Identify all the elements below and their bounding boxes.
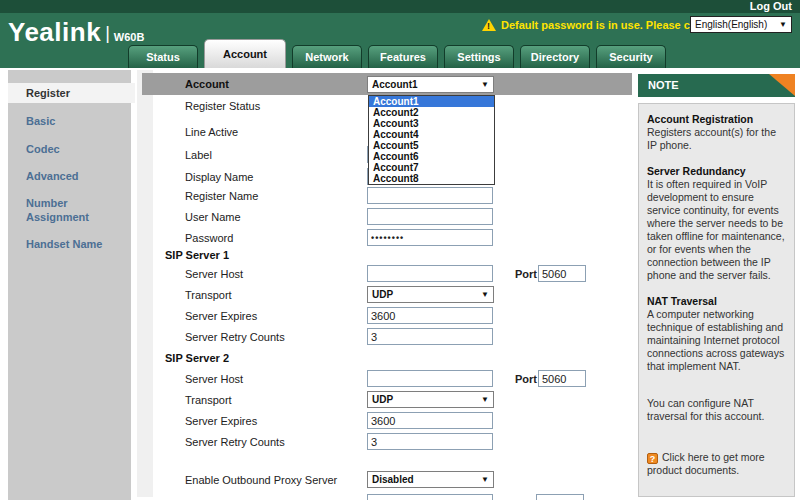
tab-status[interactable]: Status bbox=[128, 45, 198, 68]
port-label: Port bbox=[515, 373, 537, 385]
brand-name: Yealink bbox=[8, 17, 101, 47]
help-icon: ? bbox=[647, 453, 658, 464]
field-label: Label bbox=[185, 149, 212, 161]
note-section-account-registration: Account Registration Registers account(s… bbox=[647, 113, 786, 152]
note-section-server-redundancy: Server Redundancy It is often required i… bbox=[647, 165, 786, 282]
enable-outbound-proxy-select[interactable]: Disabled ▼ bbox=[367, 471, 494, 488]
sip1-transport-value: UDP bbox=[372, 289, 481, 300]
field-label: Server Retry Counts bbox=[185, 331, 285, 343]
sidebar-item-handset-name[interactable]: Handset Name bbox=[8, 238, 131, 250]
warning-icon: ! bbox=[482, 19, 496, 31]
row-sip1-server-retry-counts: Server Retry Counts bbox=[142, 328, 632, 348]
sip1-server-host-input[interactable] bbox=[367, 265, 493, 282]
partial-input[interactable] bbox=[367, 494, 493, 500]
product-documents-link-text: Click here to get more product documents… bbox=[647, 451, 765, 476]
chevron-down-icon: ▼ bbox=[779, 20, 787, 29]
dropdown-option-account3[interactable]: Account3 bbox=[369, 118, 494, 129]
dropdown-option-account1[interactable]: Account1 bbox=[369, 96, 494, 107]
field-label: Server Expires bbox=[185, 310, 257, 322]
note-section-text: It is often required in VoIP development… bbox=[647, 178, 786, 282]
header: Log Out Yealink|W60B ! Default password … bbox=[0, 0, 800, 68]
sip1-port-input[interactable] bbox=[538, 265, 586, 282]
row-partial-bottom bbox=[142, 494, 632, 500]
sidebar-item-codec[interactable]: Codec bbox=[8, 143, 131, 155]
tab-network[interactable]: Network bbox=[292, 45, 362, 68]
account-header-bar: Account Account1 ▼ bbox=[142, 73, 632, 95]
partial-port-input[interactable] bbox=[536, 494, 584, 500]
language-select[interactable]: English(English) ▼ bbox=[690, 16, 792, 33]
language-select-value: English(English) bbox=[695, 19, 779, 30]
note-section-heading: Server Redundancy bbox=[647, 165, 786, 178]
yealink-web-ui: Log Out Yealink|W60B ! Default password … bbox=[0, 0, 800, 500]
chevron-down-icon: ▼ bbox=[481, 475, 489, 484]
tab-bar: Status Account Network Features Settings… bbox=[128, 39, 672, 68]
dropdown-option-account7[interactable]: Account7 bbox=[369, 162, 494, 173]
section-label: SIP Server 2 bbox=[165, 352, 229, 364]
tab-account[interactable]: Account bbox=[204, 39, 286, 68]
tab-features[interactable]: Features bbox=[368, 45, 438, 68]
note-section-heading: Account Registration bbox=[647, 113, 786, 126]
account-dropdown-list: Account1 Account2 Account3 Account4 Acco… bbox=[368, 95, 495, 185]
section-label: SIP Server 1 bbox=[165, 249, 229, 261]
note-section-text: A computer networking technique of estab… bbox=[647, 308, 786, 373]
note-panel-header: NOTE bbox=[638, 74, 795, 97]
password-input[interactable] bbox=[367, 229, 493, 246]
field-label: Register Name bbox=[185, 190, 258, 202]
row-sip2-server-retry-counts: Server Retry Counts bbox=[142, 433, 632, 453]
dropdown-option-account4[interactable]: Account4 bbox=[369, 129, 494, 140]
tab-security[interactable]: Security bbox=[596, 45, 666, 68]
product-documents-link[interactable]: ?Click here to get more product document… bbox=[647, 451, 786, 477]
section-sip-server-1: SIP Server 1 bbox=[142, 246, 632, 266]
tab-settings[interactable]: Settings bbox=[444, 45, 514, 68]
row-sip1-transport: Transport UDP ▼ bbox=[142, 286, 632, 306]
sip2-server-expires-input[interactable] bbox=[367, 412, 493, 429]
sip1-server-retry-counts-input[interactable] bbox=[367, 328, 493, 345]
account-select-value: Account1 bbox=[372, 79, 481, 90]
user-name-input[interactable] bbox=[367, 208, 493, 225]
sidebar-item-basic[interactable]: Basic bbox=[8, 115, 131, 127]
brand-separator: | bbox=[105, 23, 110, 43]
sip2-port-input[interactable] bbox=[538, 370, 586, 387]
dropdown-option-account6[interactable]: Account6 bbox=[369, 151, 494, 162]
row-sip2-server-expires: Server Expires bbox=[142, 412, 632, 432]
note-section-heading: NAT Traversal bbox=[647, 295, 786, 308]
sip1-transport-select[interactable]: UDP ▼ bbox=[367, 286, 494, 303]
logout-button[interactable]: Log Out bbox=[750, 0, 792, 13]
chevron-down-icon: ▼ bbox=[481, 80, 489, 89]
sip2-server-host-input[interactable] bbox=[367, 370, 493, 387]
note-panel-body: Account Registration Registers account(s… bbox=[638, 103, 795, 497]
dropdown-option-account5[interactable]: Account5 bbox=[369, 140, 494, 151]
sip2-transport-value: UDP bbox=[372, 394, 481, 405]
field-label: Transport bbox=[185, 289, 232, 301]
sip2-transport-select[interactable]: UDP ▼ bbox=[367, 391, 494, 408]
field-label: Server Host bbox=[185, 268, 243, 280]
register-name-input[interactable] bbox=[367, 187, 493, 204]
note-section-text: Registers account(s) for the IP phone. bbox=[647, 126, 786, 152]
note-extra-text: You can configure NAT traversal for this… bbox=[647, 397, 786, 423]
sidebar-item-advanced[interactable]: Advanced bbox=[8, 170, 131, 182]
tab-directory[interactable]: Directory bbox=[520, 45, 590, 68]
sip2-server-retry-counts-input[interactable] bbox=[367, 433, 493, 450]
brand-logo: Yealink|W60B bbox=[8, 17, 144, 48]
sidebar-item-register[interactable]: Register bbox=[8, 83, 135, 103]
field-label: Enable Outbound Proxy Server bbox=[185, 474, 337, 486]
chevron-down-icon: ▼ bbox=[481, 395, 489, 404]
chevron-down-icon: ▼ bbox=[481, 290, 489, 299]
account-select[interactable]: Account1 ▼ bbox=[367, 76, 494, 93]
dropdown-option-account8[interactable]: Account8 bbox=[369, 173, 494, 184]
row-sip2-server-host: Server Host Port bbox=[142, 370, 632, 390]
field-label: Register Status bbox=[185, 100, 260, 112]
field-label: Server Expires bbox=[185, 415, 257, 427]
sidebar-item-number-assignment[interactable]: Number Assignment bbox=[8, 196, 131, 224]
field-label: Password bbox=[185, 232, 233, 244]
field-label: Line Active bbox=[185, 126, 238, 138]
row-user-name: User Name bbox=[142, 208, 632, 228]
section-sip-server-2: SIP Server 2 bbox=[142, 349, 632, 369]
note-section-nat-traversal: NAT Traversal A computer networking tech… bbox=[647, 295, 786, 373]
row-register-name: Register Name bbox=[142, 187, 632, 207]
note-title: NOTE bbox=[648, 79, 679, 91]
dropdown-option-account2[interactable]: Account2 bbox=[369, 107, 494, 118]
field-label: Transport bbox=[185, 394, 232, 406]
sip1-server-expires-input[interactable] bbox=[367, 307, 493, 324]
top-strip bbox=[0, 0, 800, 13]
